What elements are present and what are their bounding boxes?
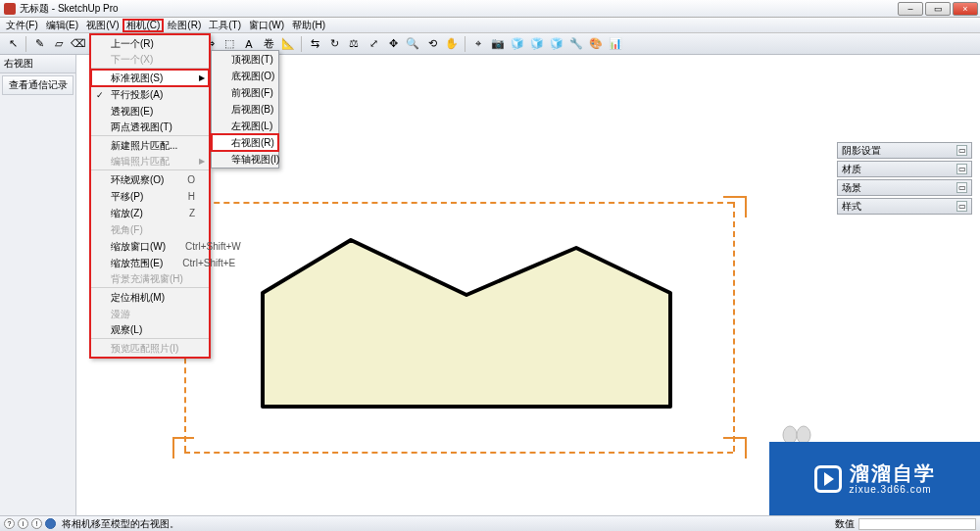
tray-collapse-icon[interactable]: ▭ (956, 201, 967, 212)
tool-20[interactable]: ⟲ (423, 35, 441, 53)
tool-24[interactable]: 🧊 (509, 35, 526, 53)
menu-item-label: 环绕观察(O) (111, 173, 164, 187)
close-button[interactable]: × (953, 2, 978, 16)
tool-21[interactable]: ✋ (443, 35, 461, 53)
menu-item-label: 漫游 (111, 308, 130, 321)
value-input[interactable] (858, 518, 976, 530)
camera-menu-item-13[interactable]: 缩放范围(E)Ctrl+Shift+E (91, 255, 209, 271)
play-icon (814, 465, 842, 493)
status-icon-info[interactable]: i (18, 518, 28, 529)
menu-tools[interactable]: 工具(T) (205, 19, 245, 32)
tray-title: 材质 (842, 163, 861, 176)
tray-collapse-icon[interactable]: ▭ (956, 182, 967, 193)
menu-item-label: 左视图(L) (231, 120, 272, 133)
camera-menu-item-9[interactable]: 平移(P)H (91, 188, 209, 205)
crop-bl-v (172, 437, 174, 459)
menu-item-label: 透视图(E) (111, 105, 153, 119)
camera-menu-item-15[interactable]: 定位相机(M) (91, 289, 209, 306)
menu-item-label: 缩放窗口(W) (111, 240, 166, 254)
tray-0[interactable]: 阴影设置▭ (837, 142, 972, 159)
tool-3[interactable]: ⌫ (70, 35, 87, 53)
watermark: 溜溜自学 zixue.3d66.com (769, 442, 980, 515)
view-item-2[interactable]: 前视图(F) (212, 84, 278, 101)
tool-0[interactable]: ↖ (4, 35, 22, 53)
status-icon-tip[interactable]: ! (31, 518, 42, 529)
view-log-button[interactable]: 查看通信记录 (2, 75, 74, 95)
tool-23[interactable]: 📷 (489, 35, 507, 53)
menu-view[interactable]: 视图(V) (82, 19, 122, 32)
camera-menu-item-8[interactable]: 环绕观察(O)O (91, 171, 209, 188)
menu-bar: 文件(F) 编辑(E) 视图(V) 相机(C) 绘图(R) 工具(T) 窗口(W… (0, 18, 980, 33)
tray-title: 样式 (842, 200, 861, 214)
camera-menu-item-5[interactable]: 两点透视图(T) (91, 120, 209, 136)
tool-16[interactable]: ⚖ (345, 35, 363, 53)
status-icon-user[interactable] (45, 518, 56, 529)
app-icon (4, 3, 16, 15)
menu-edit[interactable]: 编辑(E) (42, 19, 82, 32)
minimize-button[interactable]: – (898, 2, 923, 16)
svg-marker-0 (263, 240, 670, 407)
view-item-4[interactable]: 左视图(L) (212, 118, 278, 134)
view-item-3[interactable]: 后视图(B) (212, 101, 278, 118)
submenu-arrow-icon: ▶ (199, 157, 205, 166)
view-item-0[interactable]: 顶视图(T) (212, 51, 278, 68)
camera-menu-item-1: 下一个(X) (91, 52, 209, 69)
camera-menu-item-2[interactable]: 标准视图(S)▶ (91, 70, 209, 86)
menu-file[interactable]: 文件(F) (2, 19, 42, 32)
camera-menu-item-6[interactable]: 新建照片匹配... (91, 137, 209, 154)
tool-14[interactable]: ⇆ (306, 35, 323, 53)
tool-28[interactable]: 🎨 (587, 35, 605, 53)
menu-item-label: 缩放(Z) (111, 207, 143, 220)
tray-title: 场景 (842, 181, 861, 195)
status-icons: ? i ! (4, 518, 56, 529)
tool-29[interactable]: 📊 (607, 35, 624, 53)
menu-draw[interactable]: 绘图(R) (164, 19, 205, 32)
menu-item-label: 等轴视图(I) (231, 153, 279, 167)
tray-collapse-icon[interactable]: ▭ (956, 164, 967, 174)
menu-item-label: 后视图(B) (231, 103, 273, 117)
tool-22[interactable]: ⌖ (469, 35, 487, 53)
status-icon-help[interactable]: ? (4, 518, 15, 529)
tool-17[interactable]: ⤢ (365, 35, 382, 53)
menu-help[interactable]: 帮助(H) (288, 19, 329, 32)
menu-camera[interactable]: 相机(C) (122, 19, 164, 32)
tray-title: 阴影设置 (842, 144, 881, 158)
menu-item-label: 平移(P) (111, 190, 143, 204)
maximize-button[interactable]: ▭ (925, 2, 951, 16)
view-item-6[interactable]: 等轴视图(I) (212, 151, 278, 168)
status-bar: ? i ! 将相机移至模型的右视图。 数值 (0, 515, 980, 531)
menu-item-label: 下一个(X) (111, 53, 153, 67)
tray-2[interactable]: 场景▭ (837, 179, 972, 196)
tool-27[interactable]: 🔧 (567, 35, 585, 53)
tool-1[interactable]: ✎ (30, 35, 48, 53)
camera-menu-item-3[interactable]: 平行投影(A) (91, 86, 209, 103)
tool-13[interactable]: 📐 (279, 35, 297, 53)
tool-19[interactable]: 🔍 (404, 35, 421, 53)
menu-item-label: 定位相机(M) (111, 291, 165, 305)
tool-15[interactable]: ↻ (325, 35, 343, 53)
camera-menu-item-18: 预览匹配照片(I) (91, 340, 209, 357)
tray-collapse-icon[interactable]: ▭ (956, 145, 967, 156)
tray-3[interactable]: 样式▭ (837, 198, 972, 215)
camera-menu-item-11: 视角(F) (91, 221, 209, 238)
menu-shortcut: Ctrl+Shift+W (166, 241, 241, 252)
value-label: 数值 (835, 517, 855, 531)
tool-2[interactable]: ▱ (50, 35, 68, 53)
tool-18[interactable]: ✥ (384, 35, 402, 53)
view-item-5[interactable]: 右视图(R) (212, 134, 278, 151)
camera-menu-item-4[interactable]: 透视图(E) (91, 103, 209, 120)
menu-item-label: 编辑照片匹配 (111, 155, 170, 169)
menu-window[interactable]: 窗口(W) (245, 19, 288, 32)
camera-menu-item-17[interactable]: 观察(L) (91, 322, 209, 339)
menu-item-label: 两点透视图(T) (111, 121, 172, 134)
camera-menu-item-0[interactable]: 上一个(R) (91, 35, 209, 52)
menu-shortcut: Z (170, 208, 195, 218)
left-panel: 右视图 查看通信记录 (0, 55, 76, 515)
tool-26[interactable]: 🧊 (548, 35, 565, 53)
camera-menu-item-12[interactable]: 缩放窗口(W)Ctrl+Shift+W (91, 238, 209, 255)
tool-25[interactable]: 🧊 (528, 35, 546, 53)
camera-menu-item-10[interactable]: 缩放(Z)Z (91, 205, 209, 221)
view-item-1[interactable]: 底视图(O) (212, 68, 278, 84)
menu-shortcut: O (168, 174, 195, 185)
tray-1[interactable]: 材质▭ (837, 161, 972, 177)
